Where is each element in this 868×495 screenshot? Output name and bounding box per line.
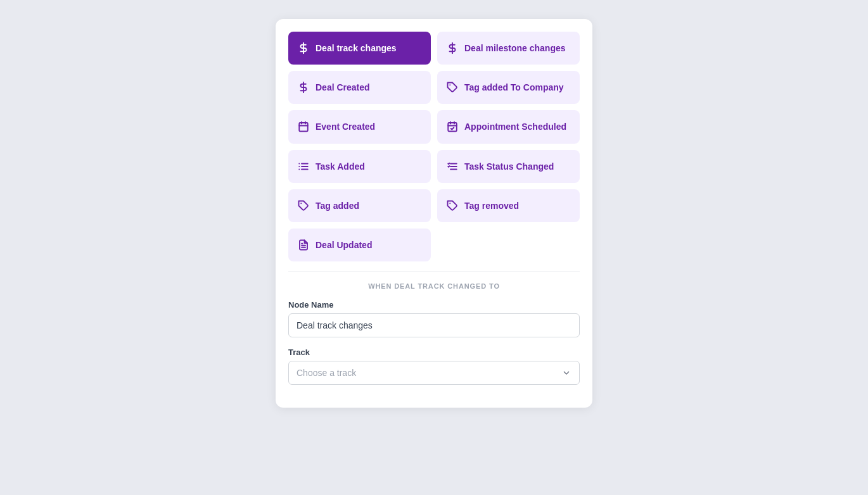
empty-cell: [437, 229, 580, 261]
node-name-group: Node Name: [288, 300, 580, 337]
doc-icon: [298, 239, 309, 251]
trigger-label: Tag added: [316, 200, 359, 211]
trigger-label: Tag added To Company: [464, 82, 564, 93]
main-card: Deal track changes Deal milestone change…: [276, 19, 592, 408]
track-label: Track: [288, 348, 580, 357]
trigger-label: Deal Created: [316, 82, 370, 93]
trigger-label: Event Created: [316, 121, 375, 132]
trigger-appointment-scheduled[interactable]: Appointment Scheduled: [437, 110, 580, 143]
tasks-check-icon: [447, 161, 458, 172]
trigger-tag-added-to-company[interactable]: Tag added To Company: [437, 71, 580, 104]
calendar-check-icon: [447, 121, 458, 132]
track-group: Track Choose a track: [288, 348, 580, 385]
trigger-label: Deal track changes: [316, 42, 397, 54]
tag-icon: [447, 82, 458, 93]
svg-rect-8: [448, 123, 457, 132]
trigger-deal-created[interactable]: Deal Created: [288, 71, 431, 104]
trigger-task-added[interactable]: Task Added: [288, 150, 431, 183]
trigger-deal-track-changes[interactable]: Deal track changes: [288, 32, 431, 65]
section-label: WHEN DEAL TRACK CHANGED TO: [288, 282, 580, 290]
trigger-label: Deal milestone changes: [464, 42, 566, 54]
trigger-deal-milestone-changes[interactable]: Deal milestone changes: [437, 32, 580, 65]
tag-plus-icon: [298, 200, 309, 211]
dollar-icon: [298, 42, 309, 54]
svg-rect-4: [299, 123, 308, 132]
trigger-task-status-changed[interactable]: Task Status Changed: [437, 150, 580, 183]
tag-minus-icon: [447, 200, 458, 211]
dollar-icon-3: [298, 82, 309, 93]
trigger-label: Task Added: [316, 161, 365, 172]
trigger-label: Appointment Scheduled: [464, 121, 566, 132]
trigger-tag-added[interactable]: Tag added: [288, 189, 431, 222]
calendar-icon: [298, 121, 309, 132]
trigger-label: Deal Updated: [316, 239, 372, 251]
trigger-tag-removed[interactable]: Tag removed: [437, 189, 580, 222]
trigger-label: Task Status Changed: [464, 161, 554, 172]
tasks-icon: [298, 161, 309, 172]
section-divider: [288, 272, 580, 272]
trigger-grid: Deal track changes Deal milestone change…: [288, 32, 580, 261]
trigger-event-created[interactable]: Event Created: [288, 110, 431, 143]
trigger-label: Tag removed: [464, 200, 519, 211]
node-name-label: Node Name: [288, 300, 580, 310]
track-select[interactable]: Choose a track: [288, 361, 580, 385]
trigger-deal-updated[interactable]: Deal Updated: [288, 229, 431, 261]
node-name-input[interactable]: [288, 313, 580, 337]
dollar-icon-2: [447, 42, 458, 54]
